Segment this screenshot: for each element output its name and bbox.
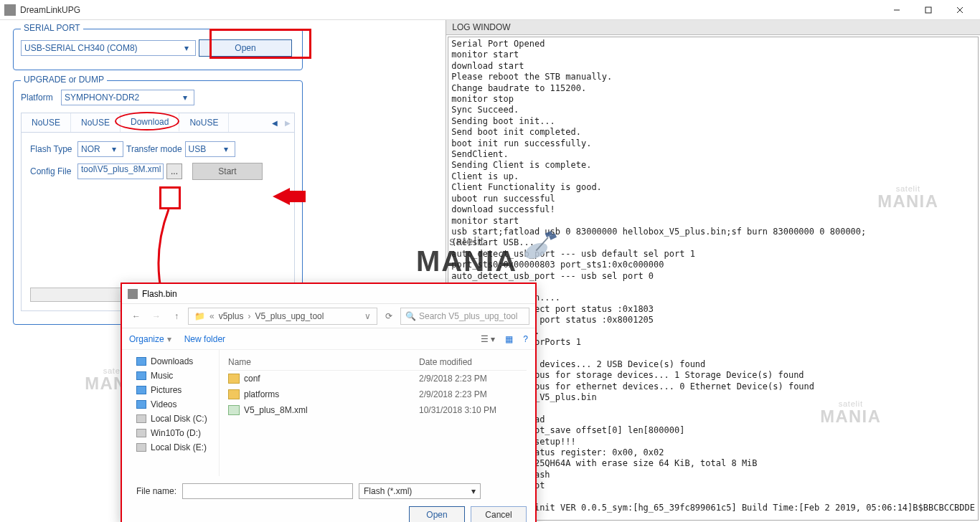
minimize-button[interactable]	[881, 0, 913, 20]
dialog-open-button[interactable]: Open	[409, 506, 465, 522]
file-row[interactable]: platforms 2/9/2018 2:23 PM	[228, 386, 527, 402]
tree-item: Pictures	[136, 383, 219, 397]
folder-icon	[228, 389, 240, 399]
caret-icon: ▾	[108, 144, 120, 154]
tree-item: Music	[136, 369, 219, 383]
drive-icon	[136, 429, 146, 437]
caret-icon: ▾	[179, 92, 191, 103]
folder-icon	[228, 374, 240, 384]
filename-label: File name:	[131, 486, 176, 496]
filetype-combo[interactable]: Flash (*.xml)▾	[359, 483, 481, 499]
serial-port-group: SERIAL PORT USB-SERIAL CH340 (COM8) ▾ Op…	[13, 29, 303, 70]
nav-up-button[interactable]: ↑	[168, 308, 185, 325]
tab-download[interactable]: Download	[121, 113, 179, 132]
path-bar[interactable]: 📁 « v5plus › V5_plus_upg_tool ∨	[188, 308, 377, 325]
flash-type-value: NOR	[81, 144, 100, 154]
tab-nouse-1[interactable]: NoUSE	[22, 113, 71, 132]
filename-input[interactable]	[182, 483, 353, 499]
downloads-icon	[136, 357, 146, 366]
videos-icon	[136, 400, 146, 409]
help-button[interactable]: ?	[523, 334, 528, 344]
svg-rect-1	[925, 7, 931, 13]
nav-back-button[interactable]: ←	[128, 308, 145, 325]
folder-icon: 📁	[194, 311, 205, 321]
serial-port-title: SERIAL PORT	[21, 23, 83, 33]
nav-forward-button[interactable]: →	[148, 308, 165, 325]
file-list[interactable]: Name Date modified conf 2/9/2018 2:23 PM…	[220, 350, 535, 476]
start-button[interactable]: Start	[192, 163, 263, 180]
transfer-combo[interactable]: USB ▾	[185, 141, 235, 157]
flash-type-label: Flash Type	[30, 144, 75, 154]
xml-file-icon	[228, 405, 240, 415]
app-icon	[4, 4, 16, 16]
drive-icon	[136, 414, 146, 423]
tree-item: Local Disk (C:)	[136, 412, 219, 426]
folder-tree[interactable]: Downloads Music Pictures Videos Local Di…	[122, 350, 220, 476]
upgrade-title: UPGRADE or DUMP	[21, 75, 107, 85]
platform-label: Platform	[21, 92, 58, 103]
open-port-button[interactable]: Open	[199, 39, 292, 57]
app-title: DreamLinkUPG	[20, 5, 881, 15]
serial-port-combo[interactable]: USB-SERIAL CH340 (COM8) ▾	[21, 40, 196, 56]
log-window-title: LOG WINDOW	[446, 20, 980, 35]
browse-button[interactable]: ...	[166, 163, 182, 179]
pictures-icon	[136, 386, 146, 394]
serial-port-value: USB-SERIAL CH340 (COM8)	[24, 43, 138, 53]
file-icon	[128, 289, 138, 299]
config-label: Config File	[30, 166, 75, 176]
tree-item: Videos	[136, 397, 219, 412]
dialog-toolbar: Organize▾ New folder ☰ ▾ ▦ ?	[122, 328, 535, 350]
drive-icon	[136, 443, 146, 452]
file-open-dialog: Flash.bin ← → ↑ 📁 « v5plus › V5_plus_upg…	[121, 283, 537, 522]
platform-combo[interactable]: SYMPHONY-DDR2 ▾	[61, 90, 194, 105]
titlebar: DreamLinkUPG	[0, 0, 980, 20]
organize-menu[interactable]: Organize	[129, 334, 164, 344]
search-box[interactable]: 🔍 Search V5_plus_upg_tool	[400, 308, 529, 325]
caret-icon: ▾	[220, 144, 232, 154]
dialog-nav: ← → ↑ 📁 « v5plus › V5_plus_upg_tool ∨ ⟳ …	[122, 304, 535, 328]
col-date[interactable]: Date modified	[419, 357, 527, 367]
view-options[interactable]: ☰ ▾	[481, 334, 495, 344]
flash-type-combo[interactable]: NOR ▾	[77, 141, 123, 157]
tree-item: Local Disk (E:)	[136, 440, 219, 455]
dialog-titlebar: Flash.bin	[122, 284, 535, 304]
search-icon: 🔍	[405, 311, 416, 321]
tree-item: Downloads	[136, 354, 219, 369]
platform-value: SYMPHONY-DDR2	[65, 92, 139, 103]
music-icon	[136, 371, 146, 380]
col-name[interactable]: Name	[228, 357, 419, 367]
tab-strip: NoUSE NoUSE Download NoUSE ◀ ▶	[21, 113, 295, 133]
dialog-title: Flash.bin	[142, 289, 177, 299]
transfer-label: Transfer mode	[126, 144, 182, 154]
arrow-start-annotation	[273, 188, 306, 205]
config-file-field[interactable]: tool\V5_plus_8M.xml	[77, 163, 164, 179]
dialog-cancel-button[interactable]: Cancel	[471, 506, 527, 522]
tab-nouse-3[interactable]: NoUSE	[179, 113, 229, 132]
tab-prev[interactable]: ◀	[268, 119, 281, 127]
tree-item: Win10To (D:)	[136, 426, 219, 440]
file-row[interactable]: V5_plus_8M.xml 10/31/2018 3:10 PM	[228, 402, 527, 418]
new-folder-button[interactable]: New folder	[184, 334, 225, 344]
transfer-value: USB	[189, 144, 207, 154]
caret-icon: ▾	[181, 43, 192, 53]
file-row[interactable]: conf 2/9/2018 2:23 PM	[228, 371, 527, 386]
close-button[interactable]	[944, 0, 976, 20]
refresh-button[interactable]: ⟳	[380, 308, 397, 325]
tab-next[interactable]: ▶	[281, 119, 294, 127]
preview-toggle[interactable]: ▦	[505, 334, 513, 344]
maximize-button[interactable]	[913, 0, 944, 20]
tab-nouse-2[interactable]: NoUSE	[71, 113, 121, 132]
